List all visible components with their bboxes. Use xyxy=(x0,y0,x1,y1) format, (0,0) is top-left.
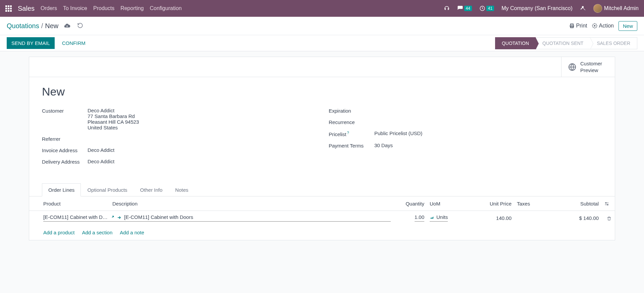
globe-icon xyxy=(568,63,576,71)
user-menu[interactable]: Mitchell Admin xyxy=(593,4,639,13)
th-subtotal: Subtotal xyxy=(554,196,601,211)
product-cell[interactable]: [E-COM11] Cabinet with Doors [E-COM11] C… xyxy=(43,214,391,222)
cloud-save-icon[interactable] xyxy=(64,22,70,29)
breadcrumb-sep: / xyxy=(41,22,43,30)
arrow-right-icon xyxy=(117,214,121,220)
chart-icon xyxy=(430,214,434,220)
payment-terms-field[interactable]: 30 Days xyxy=(374,142,393,148)
th-uom: UoM xyxy=(427,196,467,211)
support-icon[interactable] xyxy=(444,5,450,11)
discard-icon[interactable] xyxy=(77,22,83,29)
customer-preview-button[interactable]: Customer Preview xyxy=(561,57,615,77)
quantity-cell[interactable]: 1.00 xyxy=(415,214,424,222)
label-customer: Customer xyxy=(42,108,88,114)
customer-field[interactable]: Deco Addict 77 Santa Barbara Rd Pleasant… xyxy=(88,108,139,130)
add-section-link[interactable]: Add a section xyxy=(82,230,112,235)
label-delivery-address: Delivery Address xyxy=(42,159,88,165)
th-taxes: Taxes xyxy=(514,196,554,211)
table-row[interactable]: [E-COM11] Cabinet with Doors [E-COM11] C… xyxy=(29,211,615,225)
nav-products[interactable]: Products xyxy=(93,5,114,11)
stat-line2: Preview xyxy=(580,67,602,74)
add-note-link[interactable]: Add a note xyxy=(120,230,144,235)
messages-badge: 44 xyxy=(464,6,472,11)
new-button[interactable]: New xyxy=(619,21,637,31)
activities-icon[interactable]: 41 xyxy=(479,5,494,11)
tab-other-info[interactable]: Other Info xyxy=(134,183,169,196)
pricelist-field[interactable]: Public Pricelist (USD) xyxy=(374,130,422,136)
label-pricelist: Pricelist? xyxy=(329,130,374,137)
breadcrumb-root[interactable]: Quotations xyxy=(7,22,39,30)
svg-point-9 xyxy=(607,204,608,205)
breadcrumb-bar: Quotations / New Print Action New xyxy=(0,17,644,35)
tabs: Order Lines Optional Products Other Info… xyxy=(29,183,615,196)
status-stages: QUOTATION QUOTATION SENT SALES ORDER xyxy=(495,37,637,49)
label-recurrence: Recurrence xyxy=(329,119,374,125)
stage-quotation-sent[interactable]: QUOTATION SENT xyxy=(536,37,590,49)
confirm-button[interactable]: CONFIRM xyxy=(57,37,90,49)
stage-sales-order[interactable]: SALES ORDER xyxy=(590,37,637,49)
app-brand[interactable]: Sales xyxy=(18,5,35,12)
description-cell[interactable]: [E-COM11] Cabinet with Doors xyxy=(124,214,193,220)
stage-quotation[interactable]: QUOTATION xyxy=(495,37,536,49)
nav-reporting[interactable]: Reporting xyxy=(120,5,144,11)
top-nav: Sales Orders To Invoice Products Reporti… xyxy=(0,0,644,17)
avatar xyxy=(593,4,602,13)
nav-to-invoice[interactable]: To Invoice xyxy=(63,5,87,11)
tab-optional-products[interactable]: Optional Products xyxy=(81,183,133,196)
stat-line1: Customer xyxy=(580,60,602,67)
external-link-icon[interactable] xyxy=(110,214,114,220)
nav-orders[interactable]: Orders xyxy=(41,5,57,11)
company-selector[interactable]: My Company (San Francisco) xyxy=(501,5,573,11)
trash-icon[interactable] xyxy=(607,215,611,221)
activities-badge: 41 xyxy=(486,6,494,11)
label-referrer: Referrer xyxy=(42,136,88,142)
label-invoice-address: Invoice Address xyxy=(42,147,88,153)
user-name: Mitchell Admin xyxy=(604,5,639,11)
th-unit-price: Unit Price xyxy=(467,196,514,211)
form-sheet: Customer Preview New Customer Deco Addic… xyxy=(29,57,615,240)
tab-notes[interactable]: Notes xyxy=(169,183,195,196)
subtotal-cell: $ 140.00 xyxy=(554,211,601,225)
tools-icon[interactable] xyxy=(580,5,586,11)
messages-icon[interactable]: 44 xyxy=(457,5,472,11)
uom-cell[interactable]: Units xyxy=(430,214,448,222)
th-description: Description xyxy=(110,196,393,211)
page-title: New xyxy=(42,85,602,98)
tab-order-lines[interactable]: Order Lines xyxy=(42,183,81,196)
th-product: Product xyxy=(29,196,110,211)
invoice-address-field[interactable]: Deco Addict xyxy=(88,147,114,153)
action-button[interactable]: Action xyxy=(592,23,614,29)
send-by-email-button[interactable]: SEND BY EMAIL xyxy=(7,37,55,49)
label-payment-terms: Payment Terms xyxy=(329,142,374,149)
unit-price-cell[interactable]: 140.00 xyxy=(467,211,514,225)
th-quantity: Quantity xyxy=(393,196,427,211)
print-button[interactable]: Print xyxy=(569,23,587,29)
taxes-cell[interactable] xyxy=(514,211,554,225)
svg-point-8 xyxy=(605,202,606,203)
svg-point-4 xyxy=(594,25,595,26)
order-lines-table: Product Description Quantity UoM Unit Pr… xyxy=(29,196,615,225)
columns-icon[interactable] xyxy=(604,200,609,206)
add-product-link[interactable]: Add a product xyxy=(43,230,74,235)
breadcrumb-current: New xyxy=(45,22,58,30)
status-bar: SEND BY EMAIL CONFIRM QUOTATION QUOTATIO… xyxy=(0,35,644,51)
apps-icon[interactable] xyxy=(5,5,12,12)
delivery-address-field[interactable]: Deco Addict xyxy=(88,159,114,164)
label-expiration: Expiration xyxy=(329,108,374,114)
help-icon[interactable]: ? xyxy=(347,131,349,135)
th-settings[interactable] xyxy=(601,196,615,211)
nav-configuration[interactable]: Configuration xyxy=(150,5,182,11)
